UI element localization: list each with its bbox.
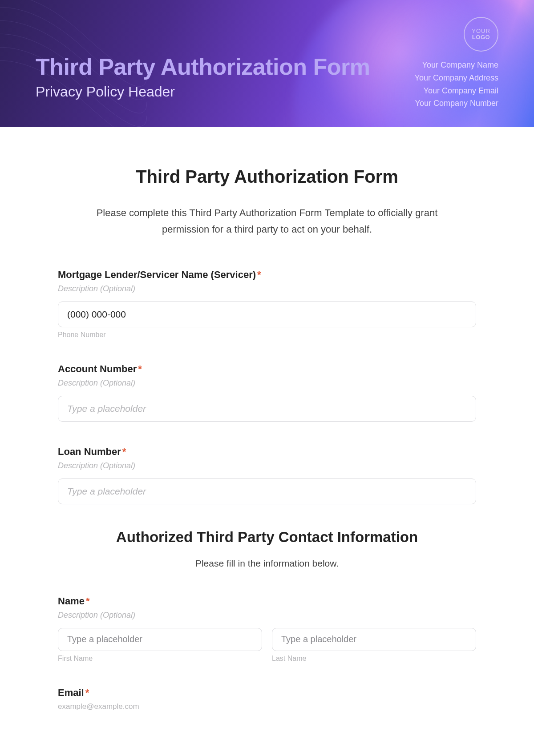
company-address: Your Company Address [415, 72, 498, 84]
field-servicer: Mortgage Lender/Servicer Name (Servicer)… [58, 269, 476, 339]
first-name-input[interactable] [58, 628, 262, 651]
servicer-label-text: Mortgage Lender/Servicer Name (Servicer) [58, 269, 256, 280]
form-page: Third Party Authorization Form Please co… [0, 127, 534, 711]
loan-number-input[interactable] [58, 479, 476, 504]
account-label-text: Account Number [58, 363, 137, 374]
third-party-section-sub: Please fill in the information below. [58, 558, 476, 569]
third-party-section-title: Authorized Third Party Contact Informati… [58, 529, 476, 546]
field-name: Name* Description (Optional) First Name … [58, 595, 476, 663]
field-loan-number: Loan Number* Description (Optional) [58, 446, 476, 504]
form-title: Third Party Authorization Form [58, 167, 476, 187]
name-label: Name* [58, 595, 476, 607]
required-mark: * [85, 687, 89, 698]
last-name-input[interactable] [272, 628, 476, 651]
company-email: Your Company Email [415, 84, 498, 97]
field-email: Email* example@example.com [58, 687, 476, 711]
hero-banner: Third Party Authorization Form Privacy P… [0, 0, 534, 127]
servicer-label: Mortgage Lender/Servicer Name (Servicer)… [58, 269, 476, 281]
email-label-text: Email [58, 687, 84, 698]
last-name-help: Last Name [272, 655, 476, 663]
logo-placeholder-icon: YOUR LOGO [464, 17, 498, 52]
hero-subtitle: Privacy Policy Header [36, 84, 370, 100]
company-number: Your Company Number [415, 97, 498, 110]
required-mark: * [122, 446, 126, 457]
name-desc: Description (Optional) [58, 611, 476, 620]
required-mark: * [138, 363, 142, 374]
servicer-desc: Description (Optional) [58, 284, 476, 294]
email-label: Email* [58, 687, 476, 699]
loan-label: Loan Number* [58, 446, 476, 458]
email-example: example@example.com [58, 702, 476, 711]
required-mark: * [257, 269, 261, 280]
logo-line1: YOUR [472, 28, 490, 34]
first-name-help: First Name [58, 655, 262, 663]
name-label-text: Name [58, 595, 85, 607]
account-number-input[interactable] [58, 396, 476, 422]
servicer-help: Phone Number [58, 331, 476, 339]
loan-label-text: Loan Number [58, 446, 121, 457]
account-desc: Description (Optional) [58, 378, 476, 388]
logo-line2: LOGO [472, 34, 490, 40]
loan-desc: Description (Optional) [58, 461, 476, 470]
hero-title: Third Party Authorization Form [36, 53, 370, 80]
company-info-block: YOUR LOGO Your Company Name Your Company… [415, 17, 498, 110]
servicer-phone-input[interactable] [58, 302, 476, 327]
account-label: Account Number* [58, 363, 476, 375]
form-intro: Please complete this Third Party Authori… [76, 205, 458, 238]
field-account-number: Account Number* Description (Optional) [58, 363, 476, 422]
company-name: Your Company Name [415, 59, 498, 72]
required-mark: * [86, 595, 90, 607]
